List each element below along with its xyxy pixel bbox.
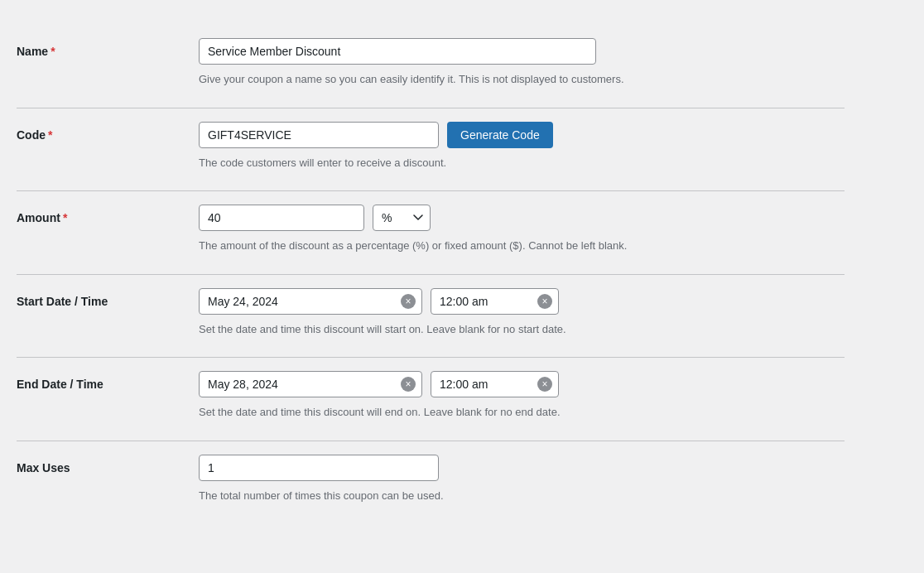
coupon-form: Name* Give your coupon a name so you can…: [17, 17, 845, 532]
end-date-input[interactable]: [199, 371, 422, 397]
start-date-input-row: × ×: [199, 288, 845, 315]
code-field: Generate Code The code customers will en…: [199, 122, 845, 171]
amount-required-star: *: [63, 211, 67, 224]
end-date-input-row: × ×: [199, 371, 845, 397]
code-input-row: Generate Code: [199, 122, 845, 148]
code-required-star: *: [48, 128, 52, 142]
name-label: Name*: [17, 38, 199, 58]
amount-input[interactable]: [199, 205, 364, 231]
generate-code-button[interactable]: Generate Code: [447, 122, 553, 148]
name-field: Give your coupon a name so you can easil…: [199, 38, 845, 88]
name-help-text: Give your coupon a name so you can easil…: [199, 71, 845, 88]
end-time-clear-button[interactable]: ×: [537, 377, 552, 392]
name-row: Name* Give your coupon a name so you can…: [17, 25, 845, 101]
code-label: Code*: [17, 122, 199, 142]
start-time-wrapper: ×: [431, 288, 559, 315]
amount-field: % $ The amount of the discount as a perc…: [199, 205, 845, 254]
amount-help-text: The amount of the discount as a percenta…: [199, 238, 845, 254]
start-date-input[interactable]: [199, 288, 422, 315]
end-date-field: × × Set the date and time this discount …: [199, 371, 845, 421]
amount-type-select[interactable]: % $: [373, 205, 431, 231]
end-date-row: End Date / Time × × Set the date and tim…: [17, 358, 845, 434]
start-date-label-text: Start Date / Time: [17, 295, 108, 308]
start-date-help-text: Set the date and time this discount will…: [199, 321, 845, 338]
name-label-text: Name: [17, 45, 48, 58]
name-required-star: *: [51, 45, 55, 58]
max-uses-input[interactable]: [199, 455, 439, 481]
max-uses-field: The total number of times this coupon ca…: [199, 455, 845, 504]
max-uses-input-row: [199, 455, 845, 481]
end-date-label-text: End Date / Time: [17, 378, 103, 391]
start-time-clear-button[interactable]: ×: [537, 294, 552, 309]
start-date-label: Start Date / Time: [17, 288, 199, 308]
amount-input-row: % $: [199, 205, 845, 231]
end-time-wrapper: ×: [431, 371, 559, 397]
amount-label-text: Amount: [17, 211, 60, 224]
start-date-wrapper: ×: [199, 288, 422, 315]
start-date-row: Start Date / Time × × Set the date and t…: [17, 275, 845, 351]
start-date-field: × × Set the date and time this discount …: [199, 288, 845, 338]
code-help-text: The code customers will enter to receive…: [199, 155, 845, 171]
end-date-wrapper: ×: [199, 371, 422, 397]
start-date-clear-button[interactable]: ×: [401, 294, 416, 309]
max-uses-label-text: Max Uses: [17, 461, 70, 474]
max-uses-help-text: The total number of times this coupon ca…: [199, 488, 845, 504]
code-row: Code* Generate Code The code customers w…: [17, 108, 845, 185]
amount-label: Amount*: [17, 205, 199, 224]
end-date-label: End Date / Time: [17, 371, 199, 391]
name-input[interactable]: [199, 38, 596, 65]
code-input[interactable]: [199, 122, 439, 148]
name-input-row: [199, 38, 845, 65]
code-label-text: Code: [17, 128, 46, 142]
end-date-help-text: Set the date and time this discount will…: [199, 404, 845, 421]
end-date-clear-button[interactable]: ×: [401, 377, 416, 392]
amount-row: Amount* % $ The amount of the discount a…: [17, 191, 845, 267]
max-uses-row: Max Uses The total number of times this …: [17, 441, 845, 518]
max-uses-label: Max Uses: [17, 455, 199, 474]
